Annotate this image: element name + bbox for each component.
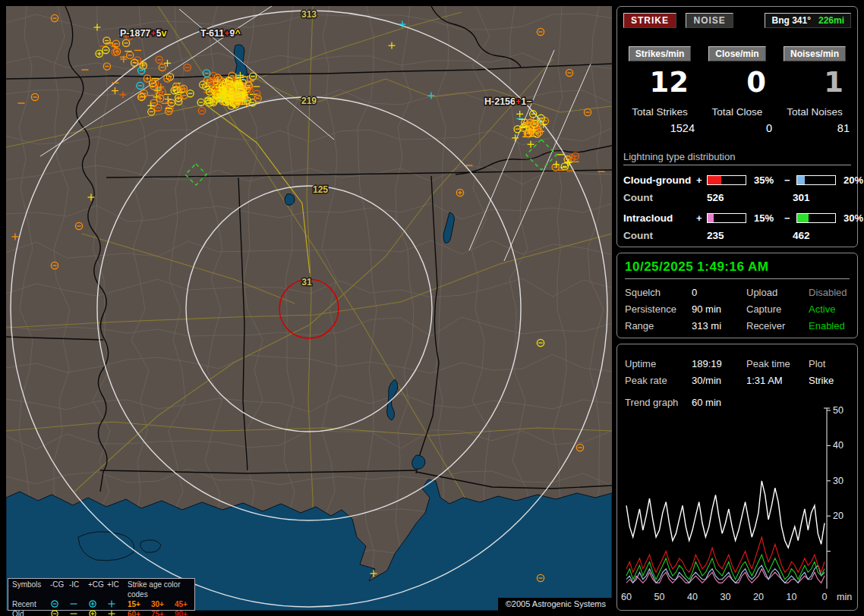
cgn-symbol-icon xyxy=(50,609,59,616)
icn-symbol-icon xyxy=(69,609,78,616)
legend-age-header: Strike age color codes xyxy=(128,580,198,599)
counter-header-chip[interactable]: Close/min xyxy=(708,46,765,61)
field-value: 313 mi xyxy=(692,320,746,332)
age-code: 45+ xyxy=(175,599,198,609)
total-label: Total Close xyxy=(701,106,774,118)
bar-fill xyxy=(708,176,721,184)
bar-outline xyxy=(707,213,746,223)
age-code: 30+ xyxy=(151,599,175,609)
positive-bar xyxy=(707,213,749,223)
field-label: Uptime xyxy=(625,358,692,369)
status-panel: 10/25/2025 1:49:16 AM Squelch0UploadDisa… xyxy=(616,253,858,338)
cgp-symbol-icon xyxy=(88,609,97,616)
rate-counters: Strikes/min12Total Strikes1524Close/min0… xyxy=(623,46,851,134)
negative-percent: 20% xyxy=(839,174,863,186)
range-ring-label: 125 xyxy=(313,184,328,195)
counter-header-chip[interactable]: Strikes/min xyxy=(629,46,692,61)
bar-fill xyxy=(797,176,805,184)
distribution-row: Intracloud+15%−30% xyxy=(623,212,851,224)
storm-cell-label: P-1877+5v xyxy=(120,28,167,39)
strike-button[interactable]: STRIKE xyxy=(623,13,676,28)
counter-column: Noises/min1Total Noises81 xyxy=(778,46,851,134)
field-label: Persistence xyxy=(625,303,692,315)
field-value: 1:31 AM xyxy=(746,375,809,386)
legend-row-label: Old xyxy=(12,609,50,616)
session-panel: Uptime189:19Peak timePlotPeak rate30/min… xyxy=(616,344,858,611)
copyright-text: ©2005 Astrogenic Systems xyxy=(498,598,612,611)
distribution-type-label: Cloud-ground xyxy=(623,174,696,186)
x-tick-label: 0 xyxy=(822,592,828,602)
field-label: Peak rate xyxy=(625,375,692,386)
bar-outline xyxy=(796,175,836,185)
lightning-map[interactable]: 31321912531P-1877+5vT-611+9^H-2156+1− Sy… xyxy=(6,6,612,611)
distribution-type-label: Intracloud xyxy=(623,212,696,224)
cgp-legend-symbol xyxy=(88,599,107,609)
counter-header-wrap: Noises/min xyxy=(778,46,851,61)
age-code: 60+ xyxy=(128,609,151,616)
noise-button[interactable]: NOISE xyxy=(686,13,733,28)
cgp-legend-symbol xyxy=(88,609,107,616)
legend-row: Old60+75+90+ xyxy=(8,609,194,616)
legend-column-header: -CG xyxy=(50,580,69,599)
legend-column-header: +IC xyxy=(107,580,128,599)
age-code: 75+ xyxy=(151,609,175,616)
x-axis-unit: min xyxy=(837,592,852,602)
bar-fill xyxy=(708,214,714,222)
field-value: Active xyxy=(809,303,850,315)
counter-column: Close/min0Total Close0 xyxy=(701,46,774,134)
mode-toolbar: STRIKE NOISE Bng 341°226mi xyxy=(623,13,851,28)
field-value: Strike xyxy=(809,375,850,386)
cgp-symbol-icon xyxy=(88,599,97,608)
map-canvas[interactable]: 31321912531P-1877+5vT-611+9^H-2156+1− xyxy=(6,6,612,611)
map-legend: Symbols-CG-IC+CG+ICStrike age color code… xyxy=(8,578,195,611)
rate-value: 0 xyxy=(701,66,774,99)
x-tick-label: 60 xyxy=(621,592,632,602)
count-row: Count235462 xyxy=(623,230,851,241)
x-tick-label: 20 xyxy=(753,592,764,602)
counter-column: Strikes/min12Total Strikes1524 xyxy=(623,46,696,134)
cgn-symbol-icon xyxy=(50,599,59,608)
legend-row: Recent15+30+45+ xyxy=(8,599,194,609)
y-tick-label: 30 xyxy=(833,476,844,486)
x-tick-label: 50 xyxy=(654,592,665,602)
icn-legend-symbol xyxy=(69,609,88,616)
storm-cell-label: H-2156+1− xyxy=(484,96,532,107)
age-code: 15+ xyxy=(128,599,151,609)
negative-bar xyxy=(796,213,839,223)
trend-axes: 504030206050403020100min xyxy=(621,405,852,602)
field-label: Range xyxy=(625,320,692,332)
bearing-distance: 226mi xyxy=(818,15,844,26)
trend-series-cloud-ground xyxy=(626,537,825,572)
icp-symbol-icon xyxy=(107,609,116,616)
field-label: Capture xyxy=(746,303,809,315)
bearing-readout: Bng 341°226mi xyxy=(765,13,851,28)
count-label: Count xyxy=(623,192,707,203)
field-label: Peak time xyxy=(746,358,809,369)
negative-bar xyxy=(796,175,839,185)
count-label: Count xyxy=(623,230,707,241)
cgn-legend-symbol xyxy=(50,599,69,609)
field-label: Squelch xyxy=(625,287,692,298)
field-value: Disabled xyxy=(809,287,850,298)
x-tick-label: 40 xyxy=(687,592,698,602)
minus-sign: − xyxy=(784,174,796,186)
cgn-legend-symbol xyxy=(50,609,69,616)
trend-graph: 504030206050403020100min xyxy=(619,403,857,608)
range-ring-label: 313 xyxy=(301,9,317,20)
y-tick-label: 20 xyxy=(833,511,844,521)
range-ring-label: 219 xyxy=(301,96,317,106)
minus-sign: − xyxy=(784,212,796,224)
trend-series-total-strikes xyxy=(626,481,825,548)
total-label: Total Strikes xyxy=(623,106,696,118)
rate-value: 12 xyxy=(623,66,696,99)
plus-sign: + xyxy=(696,174,707,186)
field-value: 189:19 xyxy=(692,358,746,369)
counter-header-chip[interactable]: Noises/min xyxy=(784,46,846,61)
icp-legend-symbol xyxy=(107,609,128,616)
icn-symbol-icon xyxy=(69,599,78,608)
age-code: 90+ xyxy=(175,609,198,616)
session-grid: Uptime189:19Peak timePlotPeak rate30/min… xyxy=(625,358,850,386)
negative-count: 301 xyxy=(793,192,851,203)
field-label: Receiver xyxy=(746,320,809,332)
bar-fill xyxy=(797,214,809,222)
